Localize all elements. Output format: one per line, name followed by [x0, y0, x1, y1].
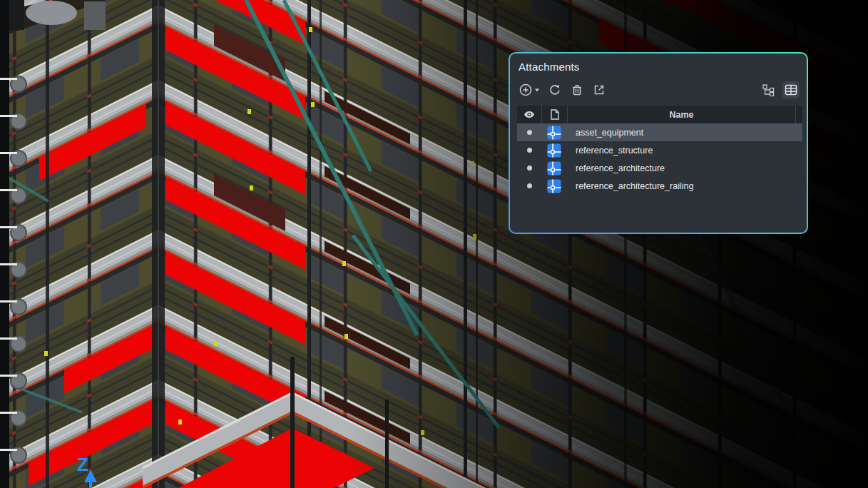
- column-header-visibility[interactable]: [517, 106, 542, 123]
- app-screen: { "viewport": { "ucs_label": "Z", "descr…: [0, 0, 868, 488]
- grid-view-button[interactable]: [782, 81, 800, 98]
- eye-icon: [524, 111, 535, 118]
- visibility-toggle[interactable]: [517, 183, 541, 188]
- attachment-type-cell: [541, 179, 566, 193]
- refresh-icon: [548, 83, 561, 96]
- xref-attachment-icon: [547, 126, 561, 140]
- attachment-row[interactable]: asset_equipment: [517, 123, 802, 141]
- column-header-filetype[interactable]: [542, 106, 568, 123]
- visibility-dot-icon: [527, 166, 532, 171]
- plus-circle-icon: [519, 83, 541, 96]
- xref-attachment-icon: [547, 143, 561, 158]
- column-header-spacer: [796, 106, 802, 123]
- visibility-dot-icon: [527, 148, 532, 153]
- svg-text:Z: Z: [77, 454, 88, 475]
- attachment-name: reference_structure: [566, 146, 802, 156]
- panel-title: Attachments: [519, 61, 800, 73]
- attach-add-button[interactable]: [519, 81, 541, 98]
- attachment-type-cell: [541, 161, 566, 176]
- attachments-toolbar: [517, 81, 800, 99]
- visibility-toggle[interactable]: [517, 130, 541, 135]
- table-header: Name: [517, 106, 802, 123]
- attachment-type-cell: [541, 126, 566, 140]
- tree-view-icon: [762, 84, 775, 96]
- refresh-button[interactable]: [546, 81, 563, 98]
- attachment-name: asset_equipment: [566, 128, 802, 138]
- caret-down-icon: [535, 89, 539, 92]
- attachment-row[interactable]: reference_architecture: [517, 159, 802, 177]
- attachment-row[interactable]: reference_structure: [517, 141, 802, 159]
- open-in-window-button[interactable]: [591, 81, 608, 98]
- file-icon: [551, 109, 559, 120]
- visibility-dot-icon: [527, 130, 532, 135]
- visibility-dot-icon: [527, 183, 532, 188]
- attachment-row[interactable]: reference_architecture_railing: [517, 177, 802, 195]
- xref-attachment-icon: [547, 179, 561, 193]
- open-external-icon: [593, 83, 606, 96]
- attachment-type-cell: [541, 143, 566, 158]
- column-header-name[interactable]: Name: [568, 106, 796, 123]
- attachment-name: reference_architecture: [566, 163, 802, 173]
- grid-view-icon: [785, 84, 797, 96]
- attachment-name: reference_architecture_railing: [566, 181, 802, 191]
- xref-attachment-icon: [547, 161, 561, 176]
- tree-view-button[interactable]: [760, 81, 777, 98]
- attachments-table: Name asset_equipment: [517, 106, 802, 195]
- trash-icon: [571, 83, 583, 96]
- visibility-toggle[interactable]: [517, 148, 541, 153]
- delete-button[interactable]: [568, 81, 586, 98]
- visibility-toggle[interactable]: [517, 166, 541, 171]
- attachments-panel: Attachments: [509, 52, 808, 234]
- table-body: asset_equipment reference_structure: [517, 123, 802, 195]
